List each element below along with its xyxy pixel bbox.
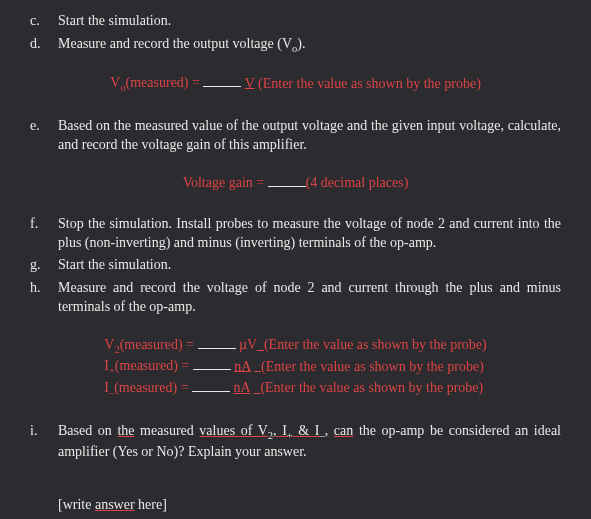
- gain-blank: [268, 173, 306, 187]
- item-g: g. Start the simulation.: [30, 256, 561, 275]
- v2-blank: [198, 335, 236, 349]
- marker-h: h.: [30, 279, 58, 317]
- text-i: Based on the measured values of V2, I+ &…: [58, 422, 561, 462]
- vo-unit: V (Enter the value as shown by the probe…: [245, 75, 481, 90]
- answer-placeholder: [write answer here]: [58, 496, 561, 515]
- vo-lhs: Vo(measured) =: [110, 75, 203, 90]
- vo-blank: [203, 74, 241, 88]
- marker-i: i.: [30, 422, 58, 462]
- text-e: Based on the measured value of the outpu…: [58, 117, 561, 155]
- text-h: Measure and record the voltage of node 2…: [58, 279, 561, 317]
- text-c: Start the simulation.: [58, 12, 561, 31]
- marker-c: c.: [30, 12, 58, 31]
- equation-iminus: I–(measured) = nA (Enter the value as sh…: [104, 378, 486, 400]
- item-i: i. Based on the measured values of V2, I…: [30, 422, 561, 462]
- text-d: Measure and record the output voltage (V…: [58, 35, 561, 56]
- instruction-list: c. Start the simulation. d. Measure and …: [30, 12, 561, 56]
- gain-lhs: Voltage gain =: [183, 175, 268, 190]
- marker-f: f.: [30, 215, 58, 253]
- equation-vo: Vo(measured) = V (Enter the value as sho…: [30, 74, 561, 96]
- equation-v2: V2(measured) = µV (Enter the value as sh…: [104, 335, 486, 357]
- marker-e: e.: [30, 117, 58, 155]
- instruction-list-3: f. Stop the simulation. Install probes t…: [30, 215, 561, 317]
- instruction-list-2: e. Based on the measured value of the ou…: [30, 117, 561, 155]
- item-f: f. Stop the simulation. Install probes t…: [30, 215, 561, 253]
- im-blank: [192, 378, 230, 392]
- marker-g: g.: [30, 256, 58, 275]
- marker-d: d.: [30, 35, 58, 56]
- item-d: d. Measure and record the output voltage…: [30, 35, 561, 56]
- ip-blank: [193, 357, 231, 371]
- instruction-list-4: i. Based on the measured values of V2, I…: [30, 422, 561, 462]
- item-h: h. Measure and record the voltage of nod…: [30, 279, 561, 317]
- equation-gain: Voltage gain = (4 decimal places): [30, 173, 561, 192]
- text-g: Start the simulation.: [58, 256, 561, 275]
- text-f: Stop the simulation. Install probes to m…: [58, 215, 561, 253]
- item-e: e. Based on the measured value of the ou…: [30, 117, 561, 155]
- equation-group-measurements: V2(measured) = µV (Enter the value as sh…: [30, 335, 561, 400]
- equation-iplus: I+(measured) = nA (Enter the value as sh…: [104, 357, 486, 379]
- item-c: c. Start the simulation.: [30, 12, 561, 31]
- gain-hint: (4 decimal places): [306, 175, 409, 190]
